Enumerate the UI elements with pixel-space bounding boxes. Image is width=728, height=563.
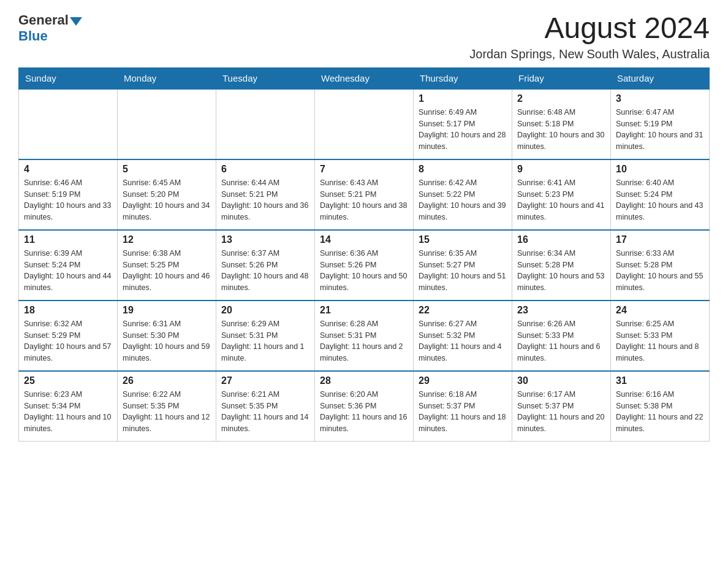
day-number: 11 — [24, 234, 112, 245]
logo-triangle-icon — [70, 17, 82, 26]
calendar-cell: 16Sunrise: 6:34 AMSunset: 5:28 PMDayligh… — [512, 230, 611, 301]
day-info: Sunrise: 6:39 AMSunset: 5:24 PMDaylight:… — [24, 248, 112, 294]
calendar-cell: 3Sunrise: 6:47 AMSunset: 5:19 PMDaylight… — [611, 89, 710, 159]
day-number: 12 — [123, 234, 211, 245]
calendar-cell: 25Sunrise: 6:23 AMSunset: 5:34 PMDayligh… — [19, 371, 118, 442]
day-number: 28 — [320, 375, 408, 386]
col-friday: Friday — [512, 67, 611, 89]
calendar-cell: 4Sunrise: 6:46 AMSunset: 5:19 PMDaylight… — [19, 159, 118, 230]
calendar-cell — [19, 89, 118, 159]
calendar-cell: 1Sunrise: 6:49 AMSunset: 5:17 PMDaylight… — [414, 89, 512, 159]
calendar-cell: 24Sunrise: 6:25 AMSunset: 5:33 PMDayligh… — [611, 301, 710, 371]
day-info: Sunrise: 6:22 AMSunset: 5:35 PMDaylight:… — [123, 389, 211, 435]
week-row-3: 11Sunrise: 6:39 AMSunset: 5:24 PMDayligh… — [19, 230, 710, 301]
day-info: Sunrise: 6:21 AMSunset: 5:35 PMDaylight:… — [221, 389, 309, 435]
calendar-cell: 29Sunrise: 6:18 AMSunset: 5:37 PMDayligh… — [414, 371, 512, 442]
calendar-cell: 8Sunrise: 6:42 AMSunset: 5:22 PMDaylight… — [414, 159, 512, 230]
calendar-cell — [118, 89, 216, 159]
calendar-cell: 2Sunrise: 6:48 AMSunset: 5:18 PMDaylight… — [512, 89, 611, 159]
calendar-cell: 27Sunrise: 6:21 AMSunset: 5:35 PMDayligh… — [216, 371, 315, 442]
calendar-header-row: Sunday Monday Tuesday Wednesday Thursday… — [19, 67, 710, 89]
day-number: 1 — [419, 93, 507, 104]
logo-blue-text: Blue — [18, 28, 48, 44]
day-number: 18 — [24, 305, 112, 316]
day-number: 13 — [221, 234, 309, 245]
day-number: 14 — [320, 234, 408, 245]
day-number: 22 — [419, 305, 507, 316]
calendar-cell: 22Sunrise: 6:27 AMSunset: 5:32 PMDayligh… — [414, 301, 512, 371]
day-info: Sunrise: 6:26 AMSunset: 5:33 PMDaylight:… — [517, 318, 605, 364]
calendar-table: Sunday Monday Tuesday Wednesday Thursday… — [18, 67, 710, 442]
day-info: Sunrise: 6:20 AMSunset: 5:36 PMDaylight:… — [320, 389, 408, 435]
day-info: Sunrise: 6:46 AMSunset: 5:19 PMDaylight:… — [24, 177, 112, 223]
col-sunday: Sunday — [19, 67, 118, 89]
title-block: August 2024 Jordan Springs, New South Wa… — [469, 12, 710, 61]
day-info: Sunrise: 6:29 AMSunset: 5:31 PMDaylight:… — [221, 318, 309, 364]
day-info: Sunrise: 6:45 AMSunset: 5:20 PMDaylight:… — [123, 177, 211, 223]
calendar-cell: 28Sunrise: 6:20 AMSunset: 5:36 PMDayligh… — [315, 371, 414, 442]
calendar-cell: 10Sunrise: 6:40 AMSunset: 5:24 PMDayligh… — [611, 159, 710, 230]
col-tuesday: Tuesday — [216, 67, 315, 89]
day-info: Sunrise: 6:41 AMSunset: 5:23 PMDaylight:… — [517, 177, 605, 223]
day-number: 23 — [517, 305, 605, 316]
location-title: Jordan Springs, New South Wales, Austral… — [469, 47, 710, 61]
day-number: 29 — [419, 375, 507, 386]
week-row-2: 4Sunrise: 6:46 AMSunset: 5:19 PMDaylight… — [19, 159, 710, 230]
calendar-cell: 20Sunrise: 6:29 AMSunset: 5:31 PMDayligh… — [216, 301, 315, 371]
day-info: Sunrise: 6:42 AMSunset: 5:22 PMDaylight:… — [419, 177, 507, 223]
day-number: 5 — [123, 164, 211, 175]
day-info: Sunrise: 6:23 AMSunset: 5:34 PMDaylight:… — [24, 389, 112, 435]
day-info: Sunrise: 6:44 AMSunset: 5:21 PMDaylight:… — [221, 177, 309, 223]
day-number: 16 — [517, 234, 605, 245]
day-number: 9 — [517, 164, 605, 175]
calendar-cell: 11Sunrise: 6:39 AMSunset: 5:24 PMDayligh… — [19, 230, 118, 301]
month-title: August 2024 — [469, 12, 710, 45]
day-number: 25 — [24, 375, 112, 386]
calendar-cell: 6Sunrise: 6:44 AMSunset: 5:21 PMDaylight… — [216, 159, 315, 230]
col-saturday: Saturday — [611, 67, 710, 89]
col-wednesday: Wednesday — [315, 67, 414, 89]
calendar-cell: 13Sunrise: 6:37 AMSunset: 5:26 PMDayligh… — [216, 230, 315, 301]
day-info: Sunrise: 6:16 AMSunset: 5:38 PMDaylight:… — [616, 389, 704, 435]
day-number: 27 — [221, 375, 309, 386]
day-info: Sunrise: 6:18 AMSunset: 5:37 PMDaylight:… — [419, 389, 507, 435]
day-info: Sunrise: 6:49 AMSunset: 5:17 PMDaylight:… — [419, 107, 507, 153]
day-number: 26 — [123, 375, 211, 386]
calendar-cell: 5Sunrise: 6:45 AMSunset: 5:20 PMDaylight… — [118, 159, 216, 230]
day-number: 3 — [616, 93, 704, 104]
week-row-1: 1Sunrise: 6:49 AMSunset: 5:17 PMDaylight… — [19, 89, 710, 159]
week-row-4: 18Sunrise: 6:32 AMSunset: 5:29 PMDayligh… — [19, 301, 710, 371]
day-info: Sunrise: 6:25 AMSunset: 5:33 PMDaylight:… — [616, 318, 704, 364]
header: General Blue August 2024 Jordan Springs,… — [18, 12, 710, 61]
day-info: Sunrise: 6:48 AMSunset: 5:18 PMDaylight:… — [517, 107, 605, 153]
calendar-cell: 14Sunrise: 6:36 AMSunset: 5:26 PMDayligh… — [315, 230, 414, 301]
week-row-5: 25Sunrise: 6:23 AMSunset: 5:34 PMDayligh… — [19, 371, 710, 442]
calendar-cell: 17Sunrise: 6:33 AMSunset: 5:28 PMDayligh… — [611, 230, 710, 301]
day-info: Sunrise: 6:38 AMSunset: 5:25 PMDaylight:… — [123, 248, 211, 294]
day-info: Sunrise: 6:37 AMSunset: 5:26 PMDaylight:… — [221, 248, 309, 294]
day-number: 15 — [419, 234, 507, 245]
day-info: Sunrise: 6:40 AMSunset: 5:24 PMDaylight:… — [616, 177, 704, 223]
calendar-cell: 31Sunrise: 6:16 AMSunset: 5:38 PMDayligh… — [611, 371, 710, 442]
day-number: 8 — [419, 164, 507, 175]
day-info: Sunrise: 6:33 AMSunset: 5:28 PMDaylight:… — [616, 248, 704, 294]
day-number: 2 — [517, 93, 605, 104]
col-thursday: Thursday — [414, 67, 512, 89]
calendar-cell: 9Sunrise: 6:41 AMSunset: 5:23 PMDaylight… — [512, 159, 611, 230]
day-info: Sunrise: 6:35 AMSunset: 5:27 PMDaylight:… — [419, 248, 507, 294]
calendar-cell: 21Sunrise: 6:28 AMSunset: 5:31 PMDayligh… — [315, 301, 414, 371]
logo: General Blue — [18, 12, 82, 44]
calendar-cell — [315, 89, 414, 159]
day-number: 19 — [123, 305, 211, 316]
calendar-cell: 15Sunrise: 6:35 AMSunset: 5:27 PMDayligh… — [414, 230, 512, 301]
calendar-cell: 30Sunrise: 6:17 AMSunset: 5:37 PMDayligh… — [512, 371, 611, 442]
logo-text: General Blue — [18, 12, 82, 44]
day-info: Sunrise: 6:47 AMSunset: 5:19 PMDaylight:… — [616, 107, 704, 153]
logo-general-text: General — [18, 12, 69, 28]
day-info: Sunrise: 6:17 AMSunset: 5:37 PMDaylight:… — [517, 389, 605, 435]
calendar-cell: 7Sunrise: 6:43 AMSunset: 5:21 PMDaylight… — [315, 159, 414, 230]
day-number: 20 — [221, 305, 309, 316]
day-number: 31 — [616, 375, 704, 386]
day-info: Sunrise: 6:43 AMSunset: 5:21 PMDaylight:… — [320, 177, 408, 223]
calendar-cell: 18Sunrise: 6:32 AMSunset: 5:29 PMDayligh… — [19, 301, 118, 371]
